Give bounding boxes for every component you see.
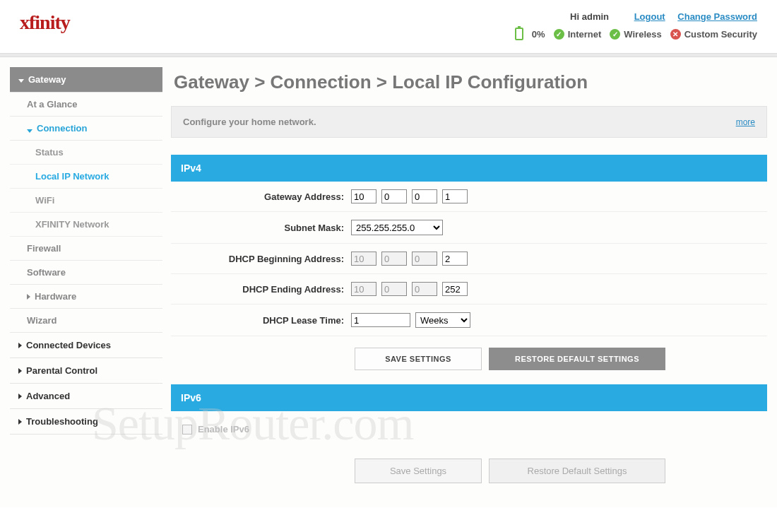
chevron-down-icon <box>18 79 24 83</box>
status-wireless: Wireless <box>624 29 661 40</box>
ipv4-restore-button[interactable]: RESTORE DEFAULT SETTINGS <box>489 348 665 370</box>
sidebar-item-connected-devices[interactable]: Connected Devices <box>10 333 162 358</box>
dhcp-begin-octet-2 <box>381 252 407 266</box>
change-password-link[interactable]: Change Password <box>677 11 757 22</box>
sidebar-item-parental-control[interactable]: Parental Control <box>10 358 162 384</box>
ipv4-panel-header: IPv4 <box>171 155 767 182</box>
lease-time-input[interactable] <box>351 313 410 327</box>
sidebar: Gateway At a Glance Connection Status Lo… <box>10 67 162 497</box>
sidebar-item-wifi[interactable]: WiFi <box>10 189 162 213</box>
dhcp-begin-label: DHCP Beginning Address: <box>171 254 351 264</box>
chevron-right-icon <box>18 394 22 399</box>
dhcp-begin-octet-4[interactable] <box>442 252 468 266</box>
chevron-right-icon <box>27 294 30 300</box>
more-link[interactable]: more <box>736 117 755 127</box>
sidebar-item-advanced[interactable]: Advanced <box>10 384 162 409</box>
sidebar-item-wizard[interactable]: Wizard <box>10 309 162 333</box>
chevron-right-icon <box>18 343 22 348</box>
sidebar-item-hardware[interactable]: Hardware <box>10 285 162 309</box>
chevron-right-icon <box>18 368 22 374</box>
dhcp-end-octet-1 <box>351 282 376 296</box>
check-icon: ✓ <box>610 29 620 40</box>
gateway-octet-3[interactable] <box>412 189 437 203</box>
sidebar-item-gateway[interactable]: Gateway <box>10 67 162 93</box>
dhcp-begin-octet-3 <box>412 252 437 266</box>
logo: xfinity <box>20 11 70 34</box>
sidebar-item-local-ip[interactable]: Local IP Network <box>10 165 162 189</box>
dhcp-end-octet-3 <box>412 282 437 296</box>
chevron-right-icon <box>18 419 22 425</box>
ipv6-save-button[interactable]: Save Settings <box>355 459 482 483</box>
check-icon: ✓ <box>554 29 564 40</box>
status-security: Custom Security <box>684 29 757 40</box>
sidebar-item-connection[interactable]: Connection <box>10 117 162 141</box>
gateway-address-label: Gateway Address: <box>171 191 351 202</box>
sidebar-item-at-a-glance[interactable]: At a Glance <box>10 93 162 117</box>
dhcp-end-octet-4[interactable] <box>442 282 468 296</box>
gateway-octet-2[interactable] <box>381 189 407 203</box>
error-icon: ✕ <box>670 29 681 40</box>
subnet-mask-select[interactable]: 255.255.255.0 <box>351 220 443 235</box>
enable-ipv6-checkbox[interactable]: Enable IPv6 <box>182 424 756 435</box>
dhcp-end-octet-2 <box>381 282 407 296</box>
battery-percent: 0% <box>532 29 545 40</box>
status-internet: Internet <box>568 29 602 40</box>
checkbox-icon <box>182 425 192 435</box>
sidebar-item-xfinity-network[interactable]: XFINITY Network <box>10 213 162 237</box>
intro-text: Configure your home network. <box>183 117 316 127</box>
subnet-mask-label: Subnet Mask: <box>171 223 351 233</box>
logout-link[interactable]: Logout <box>634 11 665 22</box>
sidebar-item-status[interactable]: Status <box>10 141 162 165</box>
battery-icon <box>515 28 523 40</box>
sidebar-item-firewall[interactable]: Firewall <box>10 237 162 261</box>
dhcp-begin-octet-1 <box>351 252 376 266</box>
ipv6-restore-button[interactable]: Restore Default Settings <box>489 459 665 483</box>
dhcp-end-label: DHCP Ending Address: <box>171 284 351 295</box>
chevron-down-icon <box>27 129 32 133</box>
gateway-octet-1[interactable] <box>351 189 376 203</box>
ipv4-save-button[interactable]: SAVE SETTINGS <box>355 348 482 370</box>
sidebar-item-software[interactable]: Software <box>10 261 162 285</box>
ipv6-panel-header: IPv6 <box>171 384 767 411</box>
lease-time-label: DHCP Lease Time: <box>171 315 351 326</box>
lease-time-unit-select[interactable]: Weeks <box>415 312 470 328</box>
gateway-octet-4[interactable] <box>442 189 468 203</box>
greeting-text: Hi admin <box>570 11 609 22</box>
sidebar-item-troubleshooting[interactable]: Troubleshooting <box>10 409 162 435</box>
breadcrumb: Gateway > Connection > Local IP Configur… <box>174 71 767 93</box>
